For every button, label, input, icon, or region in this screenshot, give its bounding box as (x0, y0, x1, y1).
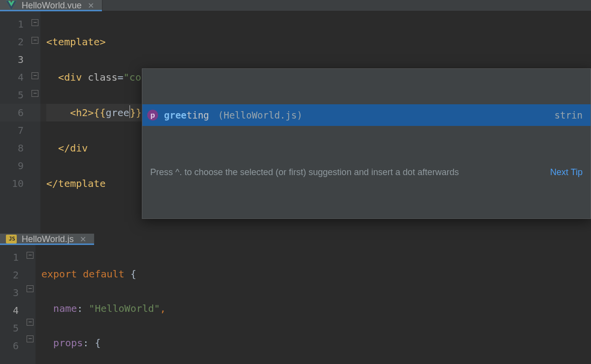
next-tip-link[interactable]: Next Tip (550, 163, 583, 181)
completion-item[interactable]: p greeting (HelloWorld.js) strin (142, 104, 591, 126)
completion-tip: Press ^. to choose the selected (or firs… (142, 161, 591, 183)
editor-pane-vue: HelloWorld.vue ✕ 1 2 3 4 5 6 7 8 9 10 − … (0, 0, 591, 234)
autocomplete-popup: p greeting (HelloWorld.js) strin Press ^… (142, 68, 591, 219)
close-icon[interactable]: ✕ (87, 1, 95, 10)
vue-file-icon (6, 0, 17, 11)
completion-source: (HelloWorld.js) (218, 106, 303, 124)
editor-pane-js: JS HelloWorld.js ✕ 1 2 3 4 5 6 − − − − e… (0, 234, 591, 364)
code-body-bottom[interactable]: export default { name: "HelloWorld", pro… (35, 245, 591, 364)
fold-toggle[interactable]: − (27, 252, 33, 259)
fold-column-bottom: − − − − (25, 245, 35, 364)
text-caret (130, 105, 130, 118)
tab-bar-top: HelloWorld.vue ✕ (0, 0, 591, 11)
line-gutter-bottom: 1 2 3 4 5 6 (0, 245, 25, 364)
fold-toggle[interactable]: − (32, 19, 38, 26)
completion-type: strin (555, 106, 583, 124)
fold-toggle[interactable]: − (32, 37, 38, 44)
tab-label: HelloWorld.vue (22, 0, 82, 11)
code-editor-bottom[interactable]: 1 2 3 4 5 6 − − − − export default { nam… (0, 245, 591, 364)
fold-toggle[interactable]: − (32, 72, 38, 79)
tab-helloworld-vue[interactable]: HelloWorld.vue ✕ (0, 0, 102, 11)
fold-toggle[interactable]: − (27, 285, 33, 292)
tab-label: HelloWorld.js (22, 234, 74, 244)
fold-toggle[interactable]: − (32, 90, 38, 97)
fold-toggle[interactable]: − (27, 335, 33, 342)
property-badge-icon: p (147, 110, 158, 121)
completion-label: greeting (164, 106, 209, 124)
tab-helloworld-js[interactable]: JS HelloWorld.js ✕ (0, 234, 95, 244)
close-icon[interactable]: ✕ (79, 235, 87, 244)
js-file-icon: JS (6, 234, 17, 244)
fold-toggle[interactable]: − (27, 319, 33, 326)
